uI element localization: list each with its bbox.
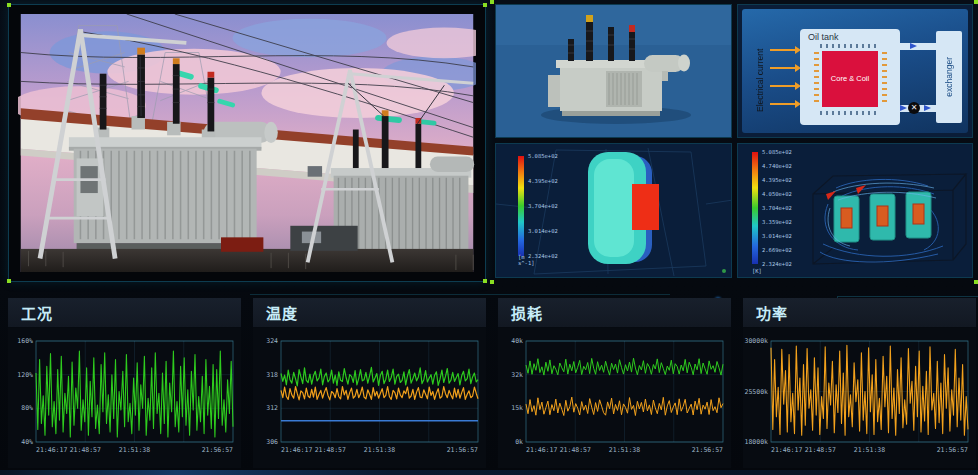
svg-text:80%: 80% (21, 404, 33, 412)
corner-marker (490, 0, 494, 4)
current-arrow-icon (770, 67, 796, 69)
colorbar-tick-label: 4.050e+02 (762, 191, 792, 197)
heat-dashes (882, 52, 887, 106)
chart-plot-area: 30000k25500k18000k21:46:1721:48:5721:51:… (743, 328, 976, 468)
corner-marker (974, 280, 978, 284)
svg-text:21:51:38: 21:51:38 (854, 446, 885, 454)
substation-photo (18, 14, 476, 272)
colorbar-tick-label: 3.014e+02 (528, 228, 558, 234)
chart-header: 损耗 (498, 298, 731, 328)
svg-text:21:48:57: 21:48:57 (805, 446, 836, 454)
oil-tank-label: Oil tank (808, 32, 839, 42)
svg-text:15k: 15k (511, 404, 523, 412)
svg-text:306: 306 (266, 438, 278, 446)
core-coil-label: Core & Coil (831, 75, 869, 83)
flow-direction-icon (924, 105, 931, 111)
colorbar-tick-label: 2.324e+02 (528, 253, 558, 259)
chart-card-working-condition[interactable]: 工况 160%120%80%40%21:46:1721:48:5721:51:3… (8, 298, 241, 468)
electrical-current-label: Electrical current (756, 37, 766, 123)
svg-text:21:51:38: 21:51:38 (364, 446, 395, 454)
chart-card-loss[interactable]: 损耗 40k32k15k0k21:46:1721:48:5721:51:3821… (498, 298, 731, 468)
simulation-quad: Electrical current Oil tank Core & Coil (490, 0, 978, 284)
chart-canvas: 160%120%80%40%21:46:1721:48:5721:51:3821… (8, 328, 241, 466)
chart-header: 温度 (253, 298, 486, 328)
svg-text:21:46:17: 21:46:17 (281, 446, 312, 454)
cfd-windings-panel[interactable]: [K] 5.085e+024.740e+024.395e+024.050e+02… (737, 143, 973, 278)
svg-text:120%: 120% (17, 371, 33, 379)
schematic-canvas: Electrical current Oil tank Core & Coil (742, 9, 968, 133)
svg-text:21:48:57: 21:48:57 (560, 446, 591, 454)
transformer-schematic-panel[interactable]: Electrical current Oil tank Core & Coil (737, 4, 973, 138)
current-arrow-icon (770, 103, 796, 105)
chart-canvas: 32431831230621:46:1721:48:5721:51:3821:5… (253, 328, 486, 466)
corner-marker (483, 3, 487, 7)
colorbar-unit: [K] (752, 268, 762, 274)
svg-text:21:46:17: 21:46:17 (526, 446, 557, 454)
heat-dashes (820, 111, 880, 115)
substation-photo-panel[interactable] (8, 4, 486, 282)
chart-card-power[interactable]: 功率 30000k25500k18000k21:46:1721:48:5721:… (743, 298, 976, 468)
current-arrow-icon (770, 49, 796, 51)
corner-marker (483, 279, 487, 283)
svg-text:30000k: 30000k (745, 337, 769, 345)
colorbar-tick-label: 3.014e+02 (762, 233, 792, 239)
svg-text:21:48:57: 21:48:57 (315, 446, 346, 454)
oil-tank-box: Oil tank Core & Coil (800, 29, 900, 125)
transformer-3d-model (496, 5, 731, 137)
footer-glow-bar (0, 470, 978, 475)
colorbar-tick-label: 2.669e+02 (762, 247, 792, 253)
chart-title: 温度 (266, 302, 298, 323)
svg-text:21:51:38: 21:51:38 (609, 446, 640, 454)
transformer-3d-model-panel[interactable] (495, 4, 732, 138)
svg-text:32k: 32k (511, 371, 523, 379)
colorbar-gradient (752, 152, 758, 264)
svg-text:21:56:57: 21:56:57 (937, 446, 968, 454)
chart-canvas: 40k32k15k0k21:46:1721:48:5721:51:3821:56… (498, 328, 731, 466)
oil-pipe-top (898, 43, 936, 50)
heat-dashes (820, 44, 880, 48)
svg-text:21:56:57: 21:56:57 (202, 446, 233, 454)
pump-icon: ✕ (908, 102, 920, 114)
colorbar-tick-label: 4.395e+02 (762, 177, 792, 183)
svg-text:21:56:57: 21:56:57 (692, 446, 723, 454)
chart-title: 损耗 (511, 302, 543, 323)
svg-text:40%: 40% (21, 438, 33, 446)
exchanger-label: exchanger (944, 57, 954, 97)
svg-text:0k: 0k (515, 438, 523, 446)
chart-card-temperature[interactable]: 温度 32431831230621:46:1721:48:5721:51:382… (253, 298, 486, 468)
chart-plot-area: 160%120%80%40%21:46:1721:48:5721:51:3821… (8, 328, 241, 468)
colorbar-tick-label: 5.085e+02 (528, 153, 558, 159)
corner-marker (974, 0, 978, 4)
colorbar-tick-label: 4.740e+02 (762, 163, 792, 169)
chart-header: 工况 (8, 298, 241, 328)
chart-title: 工况 (21, 302, 53, 323)
chart-plot-area: 40k32k15k0k21:46:1721:48:5721:51:3821:56… (498, 328, 731, 468)
svg-text:18000k: 18000k (745, 438, 769, 446)
svg-text:40k: 40k (511, 337, 523, 345)
colorbar-tick-label: 3.704e+02 (528, 203, 558, 209)
corner-marker (7, 279, 11, 283)
heat-dashes (814, 52, 819, 106)
svg-text:312: 312 (266, 404, 278, 412)
svg-text:21:51:38: 21:51:38 (119, 446, 150, 454)
exchanger-box: exchanger (936, 31, 962, 123)
flow-direction-icon (900, 105, 907, 111)
colorbar-gradient (518, 156, 524, 256)
current-arrow-icon (770, 85, 796, 87)
status-dot (722, 269, 726, 273)
chart-canvas: 30000k25500k18000k21:46:1721:48:5721:51:… (743, 328, 976, 466)
circuit-trace-decoration (250, 284, 670, 295)
colorbar-tick-label: 2.324e+02 (762, 261, 792, 267)
svg-text:21:46:17: 21:46:17 (36, 446, 67, 454)
colorbar-tick-label: 3.704e+02 (762, 205, 792, 211)
chart-title: 功率 (756, 302, 788, 323)
svg-text:160%: 160% (17, 337, 33, 345)
corner-marker (490, 280, 494, 284)
colorbar-tick-label: 5.085e+02 (762, 149, 792, 155)
core-coil-box: Core & Coil (822, 51, 878, 107)
chart-header: 功率 (743, 298, 976, 328)
cfd-tank-panel[interactable]: [m s^-1] 5.085e+024.395e+023.704e+023.01… (495, 143, 732, 278)
svg-text:324: 324 (266, 337, 278, 345)
chart-plot-area: 32431831230621:46:1721:48:5721:51:3821:5… (253, 328, 486, 468)
svg-text:318: 318 (266, 371, 278, 379)
